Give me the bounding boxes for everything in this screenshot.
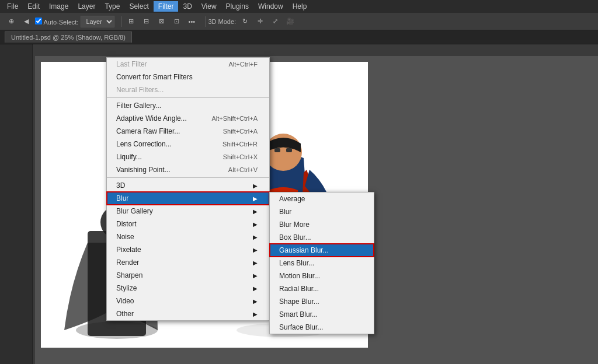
stylize-arrow-icon: ▶ — [253, 285, 258, 292]
menu-3d[interactable]: 3D ▶ — [107, 179, 269, 192]
menu-distort[interactable]: Distort ▶ — [107, 218, 269, 230]
adaptive-wide-angle-label: Adaptive Wide Angle... — [116, 114, 187, 123]
sharpen-arrow-icon: ▶ — [253, 272, 258, 279]
distort-arrow-icon: ▶ — [253, 221, 258, 228]
menu-blur[interactable]: Blur ▶ Average Blur Blur More Box Blur.. — [107, 192, 269, 205]
auto-select-checkbox[interactable] — [35, 18, 42, 24]
menu-sharpen[interactable]: Sharpen ▶ — [107, 269, 269, 282]
menu-convert-smart[interactable]: Convert for Smart Filters — [107, 71, 269, 83]
menu-plugins[interactable]: Plugins — [221, 1, 253, 12]
camera-raw-label: Camera Raw Filter... — [116, 127, 180, 135]
lens-correction-label: Lens Correction... — [116, 140, 172, 148]
submenu-radial-blur[interactable]: Radial Blur... — [270, 282, 374, 295]
menu-pixelate[interactable]: Pixelate ▶ — [107, 243, 269, 256]
camera-raw-shortcut: Shift+Ctrl+A — [223, 128, 258, 135]
menubar: File Edit Image Layer Type Select Filter… — [0, 0, 598, 13]
lens-blur-label: Lens Blur... — [279, 259, 314, 267]
surface-blur-label: Surface Blur... — [279, 323, 323, 331]
move-tool-btn[interactable]: ⊕ — [5, 15, 18, 28]
menu-stylize[interactable]: Stylize ▶ — [107, 282, 269, 295]
adaptive-wide-angle-shortcut: Alt+Shift+Ctrl+A — [211, 115, 258, 122]
submenu-motion-blur[interactable]: Motion Blur... — [270, 270, 374, 282]
menu-blur-gallery[interactable]: Blur Gallery ▶ — [107, 205, 269, 218]
other-label: Other — [116, 310, 134, 318]
submenu-lens-blur[interactable]: Lens Blur... — [270, 257, 374, 270]
menu-camera-raw[interactable]: Camera Raw Filter... Shift+Ctrl+A — [107, 125, 269, 138]
submenu-blur[interactable]: Blur — [270, 205, 374, 218]
toolbar-transform: ⊞ ⊟ ⊠ ⊡ ••• — [124, 15, 198, 28]
filter-gallery-label: Filter Gallery... — [116, 102, 161, 110]
menu-render[interactable]: Render ▶ — [107, 256, 269, 269]
pixelate-label: Pixelate — [116, 246, 141, 254]
toolbar-back-btn[interactable]: ◀ — [20, 15, 33, 28]
motion-blur-label: Motion Blur... — [279, 272, 320, 280]
menu-file[interactable]: File — [2, 1, 23, 12]
average-label: Average — [279, 195, 305, 203]
blur-submenu: Average Blur Blur More Box Blur... Gauss… — [269, 192, 374, 334]
submenu-box-blur[interactable]: Box Blur... — [270, 231, 374, 244]
separator-2 — [107, 177, 269, 178]
liquify-shortcut: Shift+Ctrl+X — [223, 153, 258, 160]
menu-vanishing-point[interactable]: Vanishing Point... Alt+Ctrl+V — [107, 163, 269, 176]
blur-label: Blur — [116, 194, 128, 202]
video-label: Video — [116, 297, 134, 305]
menu-image[interactable]: Image — [44, 1, 73, 12]
distort-label: Distort — [116, 220, 137, 228]
menu-video[interactable]: Video ▶ — [107, 295, 269, 307]
menu-help[interactable]: Help — [288, 1, 312, 12]
render-label: Render — [116, 258, 139, 267]
align-top-btn[interactable]: ⊡ — [170, 15, 183, 28]
submenu-average[interactable]: Average — [270, 192, 374, 205]
menu-3d[interactable]: 3D — [178, 1, 196, 12]
menu-view[interactable]: View — [197, 1, 221, 12]
toolbar-left: ⊕ ◀ Auto-Select: Layer — [5, 15, 114, 28]
align-center-btn[interactable]: ⊟ — [140, 15, 152, 28]
menu-neural-filters[interactable]: Neural Filters... — [107, 83, 269, 96]
menu-filter[interactable]: Filter — [154, 1, 179, 12]
pixelate-arrow-icon: ▶ — [253, 247, 258, 253]
sharpen-label: Sharpen — [116, 271, 142, 279]
neural-filters-label: Neural Filters... — [116, 86, 164, 94]
submenu-gaussian-blur[interactable]: Gaussian Blur... — [270, 244, 374, 257]
menu-window[interactable]: Window — [253, 1, 288, 12]
menu-type[interactable]: Type — [100, 1, 124, 12]
menu-edit[interactable]: Edit — [23, 1, 44, 12]
liquify-label: Liquify... — [116, 153, 142, 161]
toolbar-divider-1 — [121, 16, 122, 27]
video-arrow-icon: ▶ — [253, 298, 258, 304]
auto-select-label: Auto-Select: — [35, 18, 78, 26]
3d-scale-btn[interactable]: ⤢ — [269, 15, 281, 28]
other-arrow-icon: ▶ — [253, 311, 258, 317]
toolbar: ⊕ ◀ Auto-Select: Layer ⊞ ⊟ ⊠ ⊡ ••• 3D Mo… — [0, 13, 598, 30]
menu-layer[interactable]: Layer — [73, 1, 100, 12]
more-btn[interactable]: ••• — [185, 15, 198, 28]
toolbar-3d: 3D Mode: ↻ ✛ ⤢ 🎥 — [208, 15, 297, 28]
toolbar-divider-2 — [205, 16, 206, 27]
submenu-blur-more[interactable]: Blur More — [270, 218, 374, 231]
menu-last-filter[interactable]: Last Filter Alt+Ctrl+F — [107, 58, 269, 71]
menu-lens-correction[interactable]: Lens Correction... Shift+Ctrl+R — [107, 138, 269, 150]
3d-camera-btn[interactable]: 🎥 — [284, 15, 297, 28]
3d-pan-btn[interactable]: ✛ — [253, 15, 266, 28]
vanishing-point-shortcut: Alt+Ctrl+V — [228, 166, 258, 173]
shape-blur-label: Shape Blur... — [279, 298, 319, 306]
layer-select[interactable]: Layer — [81, 16, 114, 27]
document-tab[interactable]: Untitled-1.psd @ 25% (Shadow, RGB/8) — [5, 32, 132, 43]
radial-blur-label: Radial Blur... — [279, 285, 319, 293]
menu-adaptive-wide-angle[interactable]: Adaptive Wide Angle... Alt+Shift+Ctrl+A — [107, 112, 269, 125]
align-left-btn[interactable]: ⊞ — [124, 15, 137, 28]
menu-filter-gallery[interactable]: Filter Gallery... — [107, 99, 269, 112]
separator-1 — [107, 97, 269, 98]
vanishing-point-label: Vanishing Point... — [116, 166, 171, 174]
submenu-smart-blur[interactable]: Smart Blur... — [270, 308, 374, 321]
3d-rotate-btn[interactable]: ↻ — [238, 15, 251, 28]
gaussian-blur-label: Gaussian Blur... — [279, 246, 329, 254]
submenu-surface-blur[interactable]: Surface Blur... — [270, 321, 374, 334]
menu-noise[interactable]: Noise ▶ — [107, 230, 269, 243]
svg-rect-11 — [274, 148, 280, 152]
align-right-btn[interactable]: ⊠ — [155, 15, 168, 28]
submenu-shape-blur[interactable]: Shape Blur... — [270, 295, 374, 308]
menu-select[interactable]: Select — [124, 1, 153, 12]
menu-other[interactable]: Other ▶ — [107, 307, 269, 320]
menu-liquify[interactable]: Liquify... Shift+Ctrl+X — [107, 150, 269, 163]
